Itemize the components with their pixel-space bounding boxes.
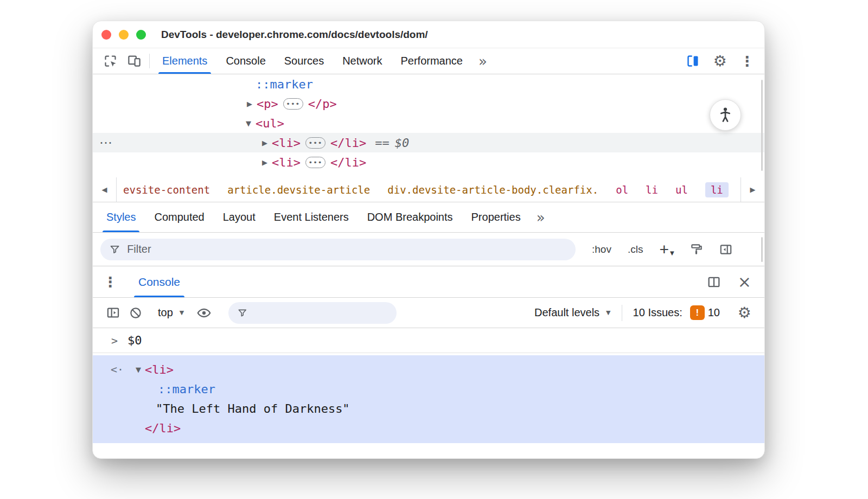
tab-elements[interactable]: Elements (153, 48, 216, 74)
live-expression-button[interactable] (193, 305, 215, 321)
p-open-tag: <p> (257, 97, 278, 111)
dom-node-li[interactable]: ▶ <li> ••• </li> (93, 152, 764, 172)
tab-label: Sources (284, 55, 324, 67)
context-selector[interactable]: top ▼ (158, 306, 184, 319)
collapse-arrow-icon[interactable]: ▼ (246, 119, 251, 127)
caret-down-icon: ▼ (670, 251, 674, 256)
expand-arrow-icon[interactable]: ▶ (247, 100, 252, 108)
tab-performance[interactable]: Performance (392, 48, 473, 74)
console-filter-field[interactable] (228, 302, 397, 324)
more-panels-button[interactable]: » (472, 48, 494, 74)
funnel-icon (109, 244, 120, 255)
styles-scrollbar[interactable] (761, 237, 763, 262)
accessibility-person-icon (716, 106, 735, 124)
breadcrumb-item[interactable]: li (646, 184, 658, 196)
settings-button[interactable]: ⚙ (708, 52, 732, 70)
tab-sources[interactable]: Sources (275, 48, 333, 74)
device-posture-button[interactable] (681, 54, 705, 68)
inspect-element-button[interactable] (98, 48, 122, 74)
styles-filter-field[interactable] (100, 239, 576, 260)
issues-warning-icon: ! (690, 305, 705, 320)
console-filter-input[interactable] (254, 306, 388, 319)
issues-label: 10 Issues: (633, 306, 682, 319)
toolbar-divider (622, 305, 622, 321)
computed-sidebar-toggle-button[interactable] (719, 242, 733, 257)
drawer-tab-console[interactable]: Console (130, 266, 189, 297)
li-close-tag: </li> (330, 156, 366, 169)
breadcrumb-forward-button[interactable]: ▶ (741, 177, 764, 202)
console-sidebar-button[interactable] (101, 305, 124, 320)
kebab-menu-icon: ⋮ (740, 53, 754, 69)
tab-console[interactable]: Console (216, 48, 275, 74)
rendering-emulation-button[interactable] (690, 242, 704, 257)
tab-computed[interactable]: Computed (145, 202, 213, 232)
text-node-value: "The Left Hand of Darkness" (156, 402, 350, 415)
breadcrumb-item[interactable]: evsite-content (123, 184, 210, 196)
dom-node-ul[interactable]: ▼ <ul> (93, 113, 764, 133)
styles-filter-input[interactable] (127, 243, 567, 255)
more-actions-icon[interactable]: ⋯ (99, 135, 112, 150)
console-result-block[interactable]: <· ▼ <li> ::marker "The Left Hand of Dar… (93, 355, 764, 443)
pseudo-element-label: ::marker (158, 382, 215, 396)
dom-node-p[interactable]: ▶ <p> ••• </p> (93, 94, 764, 113)
dom-tree-panel: ::marker ▶ <p> ••• </p> ▼ <ul> ⋯ ▶ <li> … (93, 74, 764, 177)
kebab-menu-icon: ⋮ (103, 274, 117, 290)
dom-node-li-selected[interactable]: ⋯ ▶ <li> ••• </li> ==$0 (93, 133, 764, 152)
eye-icon (196, 305, 212, 321)
breadcrumb-item[interactable]: div.devsite-article-body.clearfix. (387, 184, 598, 196)
split-panel-button[interactable] (706, 274, 722, 290)
titlebar: DevTools - developer.chrome.com/docs/dev… (93, 21, 764, 48)
log-levels-selector[interactable]: Default levels ▼ (534, 306, 611, 319)
clear-console-button[interactable] (124, 306, 147, 320)
new-style-rule-button[interactable]: +▼ (659, 241, 674, 258)
toggle-hover-state-button[interactable]: :hov (592, 244, 611, 255)
device-toolbar-icon (127, 54, 142, 68)
gear-icon: ⚙ (713, 52, 726, 70)
tab-label: Network (342, 55, 382, 67)
close-drawer-button[interactable]: × (738, 274, 751, 290)
plus-icon: + (659, 241, 669, 258)
minimize-window-button[interactable] (119, 30, 129, 40)
dom-tree-scrollbar[interactable] (761, 80, 763, 171)
p-close-tag: </p> (308, 97, 337, 111)
breadcrumb-item[interactable]: ol (616, 184, 628, 196)
inline-expand-button[interactable]: ••• (305, 157, 326, 168)
breadcrumb-back-button[interactable]: ◀ (93, 177, 117, 202)
caret-down-icon: ▼ (180, 309, 184, 316)
toggle-device-toolbar-button[interactable] (122, 48, 146, 74)
breadcrumb-item[interactable]: article.devsite-article (227, 184, 370, 196)
breadcrumb-item-selected[interactable]: li (705, 182, 729, 197)
panel-left-arrow-icon (719, 242, 733, 257)
devtools-menu-button[interactable]: ⋮ (735, 53, 759, 69)
close-window-button[interactable] (101, 30, 111, 40)
pseudo-element-label: ::marker (256, 78, 313, 91)
window-title: DevTools - developer.chrome.com/docs/dev… (161, 29, 428, 41)
tab-dom-breakpoints[interactable]: DOM Breakpoints (358, 202, 462, 232)
zoom-window-button[interactable] (136, 30, 146, 40)
tab-styles[interactable]: Styles (97, 202, 145, 232)
expand-arrow-icon[interactable]: ▶ (262, 158, 267, 167)
funnel-icon (237, 307, 248, 319)
more-styles-tabs-button[interactable]: » (530, 202, 552, 232)
collapse-arrow-icon[interactable]: ▼ (136, 366, 141, 374)
inline-expand-button[interactable]: ••• (305, 137, 326, 149)
tab-event-listeners[interactable]: Event Listeners (265, 202, 358, 232)
element-classes-button[interactable]: .cls (628, 244, 643, 255)
breadcrumb-item[interactable]: ul (675, 184, 688, 196)
result-line: "The Left Hand of Darkness" (93, 399, 764, 418)
tab-layout[interactable]: Layout (214, 202, 265, 232)
expand-arrow-icon[interactable]: ▶ (262, 139, 267, 147)
tab-network[interactable]: Network (333, 48, 391, 74)
console-drawer-header: ⋮ Console × (93, 266, 764, 298)
toolbar-right-actions: ⚙ ⋮ (681, 48, 759, 74)
accessibility-overlay-button[interactable] (710, 99, 741, 131)
dom-node-pseudo-marker[interactable]: ::marker (93, 74, 764, 94)
inline-expand-button[interactable]: ••• (283, 98, 303, 110)
console-settings-button[interactable]: ⚙ (733, 304, 756, 322)
issues-counter[interactable]: 10 Issues: ! 10 (633, 305, 720, 320)
dollar-zero-annotation: ==$0 (375, 136, 409, 150)
drawer-actions: × (706, 266, 757, 297)
tab-properties[interactable]: Properties (462, 202, 530, 232)
drawer-menu-button[interactable]: ⋮ (100, 266, 120, 297)
chevron-right-icon: ▶ (750, 185, 756, 194)
